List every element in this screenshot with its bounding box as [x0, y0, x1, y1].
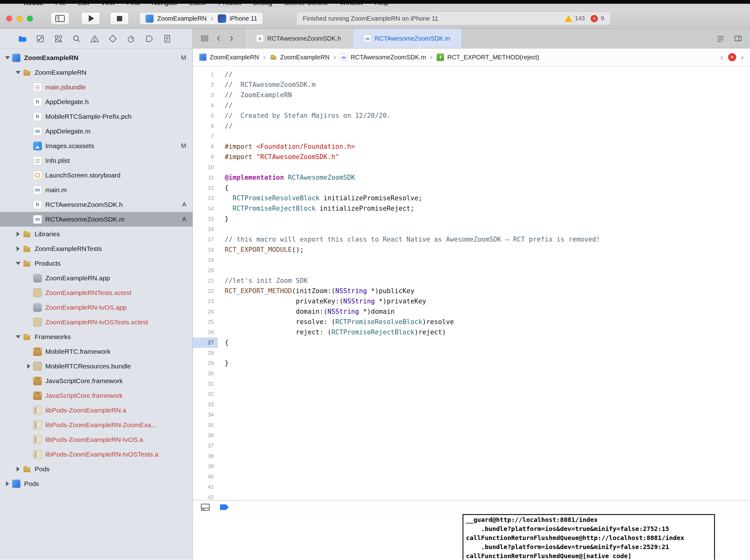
file-tree-item[interactable]: hAppDelegate.h	[0, 94, 192, 109]
disclosure-triangle-icon[interactable]	[14, 71, 22, 74]
file-tree-item[interactable]: libPods-ZoomExampleRN-tvOS.a	[0, 432, 192, 447]
file-tree-item[interactable]: ZoomExampleRN-tvOSTests.xctest	[0, 315, 192, 329]
file-tree-item[interactable]: ZoomExampleRN.app	[0, 271, 192, 285]
zoom-window-button[interactable]	[27, 16, 33, 22]
disclosure-triangle-icon[interactable]	[14, 335, 22, 338]
code-line[interactable]	[225, 379, 750, 389]
console-output[interactable]: __guard@http://localhost:8081/index .bun…	[463, 514, 715, 560]
line-number[interactable]: 1	[193, 69, 218, 80]
run-button[interactable]	[81, 12, 100, 25]
source-control-navigator-icon[interactable]	[36, 34, 45, 43]
code-line[interactable]: domain:(NSString *)domain	[225, 306, 750, 317]
file-tree-item[interactable]: libPods-ZoomExampleRN.a	[0, 403, 192, 418]
stop-button[interactable]	[110, 12, 129, 25]
disclosure-triangle-icon[interactable]	[3, 481, 12, 486]
code-line[interactable]: }	[225, 358, 750, 368]
code-line[interactable]	[225, 461, 750, 472]
code-line[interactable]	[225, 451, 750, 461]
line-number[interactable]: 26	[193, 327, 218, 338]
code-line[interactable]: reject: (RCTPromiseRejectBlock)reject)	[225, 327, 750, 338]
code-line[interactable]: {	[225, 338, 750, 348]
file-tree-item[interactable]: MobileRTCResources.bundle	[0, 359, 192, 374]
project-navigator-icon[interactable]	[18, 34, 27, 43]
code-line[interactable]: //	[225, 69, 750, 80]
line-number[interactable]: 29	[193, 358, 218, 368]
line-number[interactable]: 21	[193, 276, 218, 286]
code-line[interactable]	[225, 265, 750, 276]
line-number[interactable]: 15	[193, 214, 218, 224]
line-number[interactable]: 40	[193, 472, 218, 482]
code-line[interactable]	[225, 420, 750, 430]
file-tree-item[interactable]: ZoomExampleRNTests.xctest	[0, 285, 192, 300]
line-number[interactable]: 8	[193, 142, 218, 152]
code-line[interactable]	[225, 255, 750, 265]
file-tree-item[interactable]: mAppDelegate.m	[0, 124, 192, 138]
file-tree-item[interactable]: mRCTAwesomeZoomSDK.mA	[0, 212, 192, 226]
scheme-selector[interactable]: ZoomExampleRN › iPhone 11	[139, 12, 263, 25]
editor-tab[interactable]: mRCTAwesomeZoomSDK.m	[352, 29, 462, 48]
line-number[interactable]: 4	[193, 100, 218, 111]
code-line[interactable]	[225, 399, 750, 410]
navigator-toggle-button[interactable]	[50, 12, 69, 25]
close-window-button[interactable]	[6, 16, 12, 22]
debug-navigator-icon[interactable]	[126, 34, 136, 43]
line-number[interactable]: 36	[193, 430, 218, 441]
error-badge[interactable]: ✕	[728, 53, 736, 61]
line-number[interactable]: 28	[193, 348, 218, 358]
code-line[interactable]: RCTPromiseRejectBlock initializePromiseR…	[225, 203, 750, 214]
file-tree-item[interactable]: libPods-ZoomExampleRN-ZoomExa...	[0, 418, 192, 432]
line-number[interactable]: 2	[193, 80, 218, 90]
disclosure-triangle-icon[interactable]	[14, 232, 22, 237]
code-line[interactable]	[225, 430, 750, 441]
line-number[interactable]: 7	[193, 131, 218, 142]
file-tree-item[interactable]: Products	[0, 256, 192, 271]
file-tree-item[interactable]: ZoomExampleRNTests	[0, 241, 192, 256]
code-line[interactable]: #import <Foundation/Foundation.h>	[225, 142, 750, 152]
breakpoint-navigator-icon[interactable]	[144, 34, 154, 43]
line-number[interactable]: 11	[193, 173, 218, 183]
line-number[interactable]: 9	[193, 152, 218, 162]
code-line[interactable]	[225, 131, 750, 142]
code-line[interactable]: }	[225, 214, 750, 224]
previous-issue-icon[interactable]: ‹	[720, 52, 723, 62]
code-line[interactable]: {	[225, 183, 750, 193]
line-number[interactable]: 34	[193, 410, 218, 420]
line-number[interactable]: 13	[193, 193, 218, 203]
line-number[interactable]: 24	[193, 306, 218, 317]
code-line[interactable]: // RCTAwesomeZoomSDK.m	[225, 80, 750, 90]
line-number[interactable]: 32	[193, 389, 218, 399]
code-line[interactable]	[225, 472, 750, 482]
code-line[interactable]: //	[225, 121, 750, 131]
file-tree-item[interactable]: LaunchScreen.storyboard	[0, 168, 192, 182]
line-number[interactable]: 6	[193, 121, 218, 131]
file-tree-item[interactable]: Info.plist	[0, 153, 192, 168]
file-tree-item[interactable]: libPods-ZoomExampleRN-tvOSTests.a	[0, 447, 192, 462]
tab-overview-icon[interactable]	[200, 34, 209, 43]
line-number[interactable]: 38	[193, 451, 218, 461]
line-number[interactable]: 12	[193, 183, 218, 193]
code-lines[interactable]: //// RCTAwesomeZoomSDK.m// ZoomExampleRN…	[218, 69, 750, 500]
disclosure-triangle-icon[interactable]	[24, 364, 33, 369]
code-line[interactable]: //	[225, 100, 750, 111]
line-number[interactable]: 18	[193, 245, 218, 255]
file-tree-item[interactable]: MobileRTC.framework	[0, 344, 192, 359]
code-line[interactable]: RCT_EXPORT_MODULE();	[225, 245, 750, 255]
code-line[interactable]: privateKey:(NSString *)privateKey	[225, 296, 750, 306]
disclosure-triangle-icon[interactable]	[3, 56, 12, 59]
code-line[interactable]: // Created by Stefan Majiros on 12/20/20…	[225, 111, 750, 121]
code-line[interactable]: RCTPromiseResolveBlock initializePromise…	[225, 193, 750, 203]
file-tree-item[interactable]: ZoomExampleRN-tvOS.app	[0, 300, 192, 315]
console-toggle-icon[interactable]	[200, 503, 210, 512]
symbol-navigator-icon[interactable]	[54, 34, 63, 43]
file-tree-item[interactable]: Libraries	[0, 226, 192, 241]
line-number[interactable]: 3	[193, 90, 218, 100]
line-number[interactable]: 25	[193, 317, 218, 327]
line-number[interactable]: 17	[193, 234, 218, 245]
code-line[interactable]	[225, 482, 750, 492]
file-tree-item[interactable]: Pods	[0, 476, 192, 491]
line-number[interactable]: 30	[193, 368, 218, 379]
disclosure-triangle-icon[interactable]	[14, 246, 22, 251]
file-tree-item[interactable]: Images.xcassetsM	[0, 138, 192, 153]
disclosure-triangle-icon[interactable]	[14, 262, 22, 265]
line-number[interactable]: 37	[193, 441, 218, 451]
